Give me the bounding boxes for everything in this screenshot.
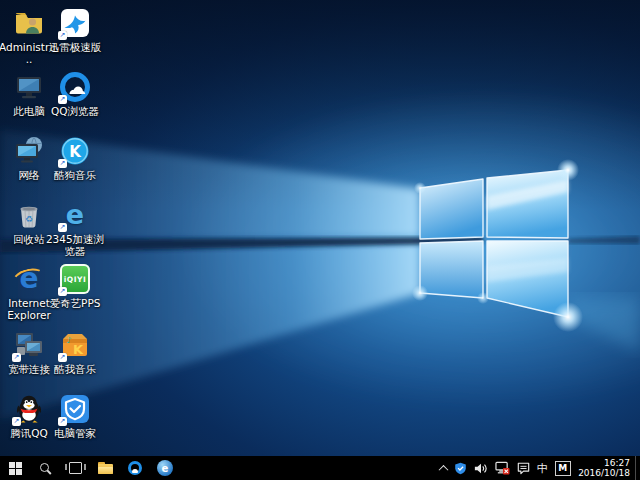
- recycle-bin-icon: ♻: [12, 198, 46, 232]
- desktop-icon-label: 电脑管家: [54, 427, 96, 439]
- desktop-icon-label: QQ浏览器: [51, 105, 99, 117]
- tray-volume[interactable]: [470, 456, 491, 480]
- ime-chinese-icon: 中: [537, 461, 548, 476]
- system-tray: 中 M 16:27 2016/10/18: [436, 456, 640, 480]
- shortcut-arrow-icon: ↗: [58, 417, 67, 426]
- monitor-icon: [12, 70, 46, 104]
- tray-action-center[interactable]: [513, 456, 533, 480]
- shortcut-arrow-icon: ↗: [58, 159, 67, 168]
- desktop-icon-label: 网络: [19, 169, 40, 181]
- tray-network-disconnected[interactable]: [491, 456, 513, 480]
- search-button[interactable]: [30, 456, 60, 480]
- windows-logo-icon: [9, 462, 22, 475]
- shortcut-arrow-icon: ↗: [58, 31, 67, 40]
- svg-text:♻: ♻: [25, 214, 33, 224]
- 2345-e-icon: e ↗: [58, 198, 92, 232]
- shortcut-arrow-icon: ↗: [58, 353, 67, 362]
- desktop-icon-kuwo[interactable]: K ♪ ↗ 酷我音乐: [44, 328, 106, 375]
- svg-text:♪: ♪: [66, 336, 71, 345]
- qq-penguin-icon: ↗: [12, 392, 46, 426]
- qq-browser-taskbar-button[interactable]: [120, 456, 150, 480]
- file-explorer-button[interactable]: [90, 456, 120, 480]
- show-desktop-button[interactable]: [635, 456, 640, 480]
- shortcut-arrow-icon: ↗: [58, 95, 67, 104]
- chevron-up-icon: [438, 464, 448, 474]
- desktop-icon-label: 酷狗音乐: [54, 169, 96, 181]
- internet-explorer-icon: e: [12, 262, 46, 296]
- shortcut-arrow-icon: ↗: [12, 353, 21, 362]
- qq-browser-icon: [128, 461, 142, 475]
- network-disconnected-icon: [495, 461, 510, 475]
- search-icon: [39, 462, 52, 475]
- broadband-computers-icon: ↗: [12, 328, 46, 362]
- volume-icon: [474, 462, 488, 475]
- 2345-e-icon: e: [157, 460, 173, 476]
- svg-text:K: K: [73, 342, 84, 357]
- desktop-icon-iqiyi[interactable]: iQIYI ↗ 爱奇艺PPS: [44, 262, 106, 309]
- network-globe-icon: [12, 134, 46, 168]
- clock-date: 2016/10/18: [578, 468, 630, 478]
- xunlei-bird-icon: ↗: [58, 6, 92, 40]
- action-center-icon: [517, 462, 530, 475]
- desktop-icon-label: 2345加速浏览器: [44, 233, 106, 257]
- svg-text:K: K: [69, 143, 82, 161]
- 2345-browser-taskbar-button[interactable]: e: [150, 456, 180, 480]
- desktop-icon-2345-browser[interactable]: e ↗ 2345加速浏览器: [44, 198, 106, 257]
- task-view-icon: [69, 462, 82, 474]
- folder-icon: [98, 462, 113, 474]
- desktop-icon-xunlei[interactable]: ↗ 迅雷极速版: [44, 6, 106, 53]
- ime-indicator[interactable]: 中: [533, 456, 551, 480]
- iqiyi-pps-icon: iQIYI ↗: [58, 262, 92, 296]
- task-view-button[interactable]: [60, 456, 90, 480]
- clock-time: 16:27: [578, 458, 630, 468]
- shortcut-arrow-icon: ↗: [58, 223, 67, 232]
- desktop-icon-label: 腾讯QQ: [10, 427, 48, 439]
- kugou-k-icon: K ↗: [58, 134, 92, 168]
- desktop-icon-pc-manager[interactable]: ↗ 电脑管家: [44, 392, 106, 439]
- desktop-icon-qq-browser[interactable]: ↗ QQ浏览器: [44, 70, 106, 117]
- qq-browser-ring-icon: ↗: [58, 70, 92, 104]
- desktop-icon-kugou[interactable]: K ↗ 酷狗音乐: [44, 134, 106, 181]
- desktop-icon-label: 此电脑: [13, 105, 45, 117]
- kuwo-box-icon: K ♪ ↗: [58, 328, 92, 362]
- shortcut-arrow-icon: ↗: [12, 417, 21, 426]
- taskbar-clock[interactable]: 16:27 2016/10/18: [574, 458, 635, 478]
- shortcut-arrow-icon: ↗: [58, 287, 67, 296]
- desktop[interactable]: Administra... 此电脑 网络: [0, 0, 640, 480]
- start-button[interactable]: [0, 456, 30, 480]
- desktop-icon-label: 酷我音乐: [54, 363, 96, 375]
- user-folder-icon: [12, 6, 46, 40]
- input-mode-icon: M: [555, 461, 571, 476]
- desktop-icon-label: 爱奇艺PPS: [50, 297, 101, 309]
- ie-swoosh: [10, 265, 48, 294]
- taskbar: e: [0, 456, 640, 480]
- desktop-icon-label: 回收站: [13, 233, 45, 245]
- shield-icon: [454, 462, 467, 475]
- input-mode-indicator[interactable]: M: [551, 456, 574, 480]
- desktop-icon-label: 迅雷极速版: [49, 41, 102, 53]
- hidden-icons-chevron[interactable]: [436, 456, 450, 480]
- tray-pc-manager[interactable]: [450, 456, 470, 480]
- pc-manager-shield-icon: ↗: [58, 392, 92, 426]
